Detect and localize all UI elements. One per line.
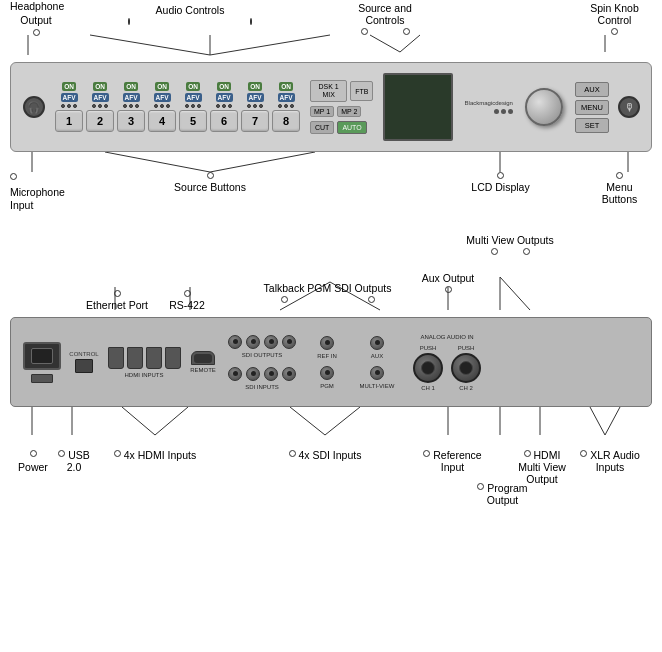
svg-line-9 [210,152,315,172]
xlr-connector-2 [451,353,481,383]
dot-light-5c [197,104,201,108]
control-section: CONTROL [69,351,99,373]
hdmi-inputs-bottom-label: 4x HDMI Inputs [110,449,200,461]
xlr-ch1-label: CH 1 [421,385,435,391]
xlr-inner-1 [421,361,435,375]
source-controls-label: Source and Controls [340,2,430,35]
sdi-in-3 [264,367,278,381]
xlr-inner-2 [459,361,473,375]
ethernet-port-label: Ethernet Port [82,290,152,311]
svg-line-28 [590,407,605,435]
ftb-btn[interactable]: FTB [350,81,373,101]
knob-section [519,88,569,126]
reference-input-label: Reference Input [420,449,485,473]
dot-light-2c [104,104,108,108]
mp1-btn[interactable]: MP 1 [310,106,334,117]
source-controls-dot-left [361,28,368,35]
src-btn-6[interactable]: 6 [210,110,238,132]
aux-mv-section: AUX MULTI-VIEW [352,336,402,389]
svg-line-1 [90,35,210,55]
channel-3: ON AFV 3 [117,82,145,133]
dot-light-1a [61,104,65,108]
brand-dots [494,109,513,114]
control-label: CONTROL [69,351,98,357]
src-btn-7[interactable]: 7 [241,110,269,132]
talkback-dot-left [281,296,288,303]
hdmi-mv-output-label: HDMI Multi View Output [512,449,572,485]
sdi-outputs-section: SDI OUTPUTS SDI INPUTS [222,335,302,390]
ethernet-dot [114,290,121,297]
dot-light-6c [228,104,232,108]
cut-btn[interactable]: CUT [310,121,334,134]
afv-btn-6[interactable]: AFV [216,93,233,102]
auto-btn[interactable]: AUTO [337,121,366,134]
src-btn-5[interactable]: 5 [179,110,207,132]
sdi-inputs-label: SDI INPUTS [245,384,279,390]
xlr-ch1: PUSH CH 1 [413,345,443,391]
src-btn-4[interactable]: 4 [148,110,176,132]
svg-line-21 [122,407,155,435]
sdi-in-4 [282,367,296,381]
on-btn-7[interactable]: ON [248,82,262,92]
dot-light-7a [247,104,251,108]
on-btn-8[interactable]: ON [279,82,293,92]
dot-light-7c [259,104,263,108]
hdmi-ports-row [108,347,181,369]
afv-btn-4[interactable]: AFV [154,93,171,102]
on-btn-3[interactable]: ON [124,82,138,92]
section-spacer [0,212,662,232]
set-button[interactable]: SET [575,118,609,133]
svg-line-3 [210,35,330,55]
on-btn-5[interactable]: ON [186,82,200,92]
power-inner [31,348,53,364]
svg-line-29 [605,407,620,435]
pgm-output-dot [477,483,484,490]
xlr-push-1: PUSH [420,345,437,351]
mic-jack[interactable]: 🎙 [618,96,640,118]
dot-light-4b [160,104,164,108]
afv-btn-8[interactable]: AFV [278,93,295,102]
menu-buttons-dot [616,172,623,179]
spin-knob[interactable] [525,88,563,126]
afv-btn-1[interactable]: AFV [61,93,78,102]
lcd-display-dot [497,172,504,179]
channel-strip: ON AFV 1 ON AFV [55,82,300,133]
on-btn-6[interactable]: ON [217,82,231,92]
channel-7: ON AFV 7 [241,82,269,133]
aux-output-label: Aux Output [418,272,478,293]
aux-button[interactable]: AUX [575,82,609,97]
power-section [19,342,64,383]
on-btn-1[interactable]: ON [62,82,76,92]
ref-input-dot [423,450,430,457]
audio-controls-dot-right [250,18,252,25]
svg-line-5 [400,35,420,52]
hdmi-port-4 [165,347,181,369]
xlr-push-2: PUSH [458,345,475,351]
bd1 [494,109,499,114]
headphone-jack[interactable]: 🎧 [23,96,45,118]
dsk-mix-btn[interactable]: DSK 1 MIX [310,80,347,103]
src-btn-3[interactable]: 3 [117,110,145,132]
dot-light-6a [216,104,220,108]
src-btn-8[interactable]: 8 [272,110,300,132]
xlr-section: ANALOG AUDIO IN PUSH CH 1 PUSH CH 2 [407,334,487,391]
on-btn-4[interactable]: ON [155,82,169,92]
src-btn-1[interactable]: 1 [55,110,83,132]
menu-button[interactable]: MENU [575,100,609,115]
pgm-label: PGM [320,383,334,389]
device-diagram: Headphone Output Audio Controls Source a… [0,0,662,537]
afv-btn-2[interactable]: AFV [92,93,109,102]
cut-auto-row: CUT AUTO [310,121,373,134]
afv-btn-3[interactable]: AFV [123,93,140,102]
afv-btn-7[interactable]: AFV [247,93,264,102]
analog-audio-label: ANALOG AUDIO IN [420,334,473,340]
src-btn-2[interactable]: 2 [86,110,114,132]
rs422-dot [184,290,191,297]
channel-6: ON AFV 6 [210,82,238,133]
dot-light-2b [98,104,102,108]
on-btn-2[interactable]: ON [93,82,107,92]
mp2-btn[interactable]: MP 2 [337,106,361,117]
rs422-label: RS-422 [157,290,217,311]
ref-in-bnc [320,336,334,350]
afv-btn-5[interactable]: AFV [185,93,202,102]
